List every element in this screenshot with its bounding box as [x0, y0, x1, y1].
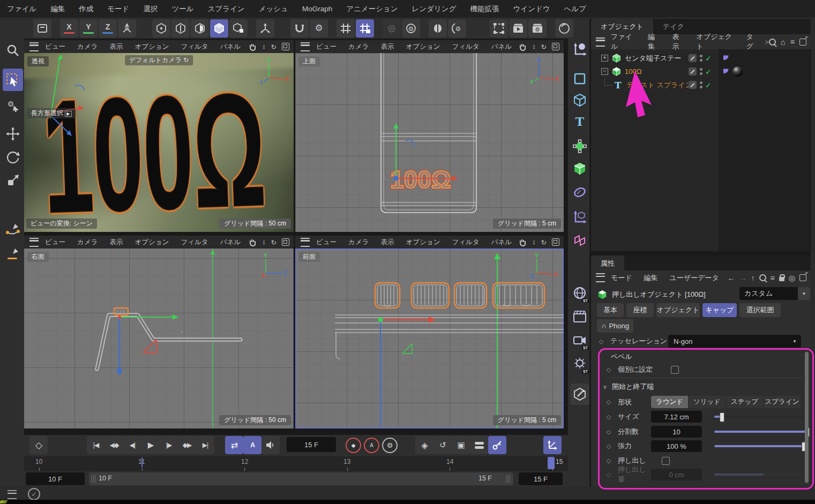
vp-menu-display[interactable]: 表示: [104, 42, 128, 51]
menu-edit[interactable]: 編集: [43, 4, 72, 14]
tree-row-center-stay[interactable]: + センタ端子ステー ✓: [591, 51, 811, 65]
attr-menu-edit[interactable]: 編集: [638, 273, 664, 283]
spline-pen-tool-icon[interactable]: [3, 218, 23, 240]
workplane-icon[interactable]: [118, 19, 136, 37]
vp-menu-view[interactable]: ビュー: [311, 238, 342, 247]
vp-menu-panel[interactable]: パネル: [486, 42, 517, 51]
pan-hand-icon[interactable]: [249, 238, 257, 246]
tab-caps[interactable]: キャップ: [702, 303, 737, 317]
add-keyframe-button[interactable]: ◇: [29, 436, 48, 454]
record-keyframe-button[interactable]: ◆: [346, 438, 361, 453]
autokey-button[interactable]: A: [243, 436, 261, 454]
visibility-dots-icon[interactable]: [700, 68, 702, 75]
orbit-icon[interactable]: ↻: [541, 238, 547, 246]
cube-primitive-icon[interactable]: [570, 90, 589, 110]
current-frame-field[interactable]: 15 F: [287, 437, 336, 452]
collapse-icon[interactable]: −: [601, 68, 608, 75]
timeline-ruler[interactable]: 10 11 12 13 14 15: [24, 456, 568, 471]
tweak-gear-icon[interactable]: ⚙: [448, 19, 466, 37]
tab-basic[interactable]: 基本: [597, 303, 624, 317]
menu-tools[interactable]: ツール: [165, 4, 200, 14]
viewport-perspective-canvas[interactable]: 100Ω Y X Z 透視 デフォルトカメラ ↻ 長方形選択 ▶ ビューの変換:…: [24, 53, 294, 232]
vp-menu-display[interactable]: 表示: [375, 42, 399, 51]
viewport-front-canvas[interactable]: Y X Z 前面 グリッド間隔 : 5 cm: [295, 249, 564, 428]
snap-magnet-icon[interactable]: [290, 19, 309, 37]
material-tag-icon[interactable]: [732, 66, 743, 77]
menu-window[interactable]: ウインドウ: [506, 4, 557, 14]
texture-mode-icon[interactable]: [229, 19, 248, 37]
vp-menu-filter[interactable]: フィルタ: [446, 42, 484, 51]
phong-tag-icon[interactable]: [722, 68, 729, 75]
camera-label[interactable]: デフォルトカメラ ↻: [125, 55, 193, 65]
filter-icon[interactable]: ≡: [771, 274, 775, 282]
modeling-gear-icon[interactable]: ⚙: [402, 19, 420, 37]
shape-round-button[interactable]: ラウンド: [651, 396, 689, 408]
menu-mograph[interactable]: MoGraph: [295, 5, 339, 13]
pan-hand-icon[interactable]: [519, 238, 527, 246]
tab-coords[interactable]: 座標: [626, 303, 654, 317]
tree-item-label[interactable]: センタ端子ステー: [625, 54, 682, 63]
axis-lock-z-button[interactable]: Z: [99, 19, 117, 37]
orbit-icon[interactable]: ↻: [271, 43, 276, 51]
visibility-dots-icon[interactable]: [700, 55, 702, 62]
vp-menu-camera[interactable]: カメラ: [72, 42, 103, 51]
status-menu-icon[interactable]: [8, 490, 17, 499]
grid-icon[interactable]: [337, 19, 355, 37]
key-position-button[interactable]: ◈: [415, 436, 433, 454]
individual-checkbox[interactable]: [671, 366, 679, 374]
vp-menu-panel[interactable]: パネル: [215, 238, 246, 247]
edges-mode-icon[interactable]: [171, 19, 190, 37]
tessellation-dropdown[interactable]: N-gon▼: [668, 335, 801, 348]
menu-create[interactable]: 作成: [72, 4, 100, 14]
grid-snap-lock-icon[interactable]: [356, 19, 374, 37]
parent-icon[interactable]: ↑: [751, 274, 755, 282]
goto-start-button[interactable]: |◀: [87, 436, 105, 454]
generator-cube-icon[interactable]: [570, 159, 589, 179]
vp-menu-display[interactable]: 表示: [104, 238, 128, 247]
panel-menu-icon[interactable]: [596, 37, 605, 47]
loop-mode-button[interactable]: ⇄: [225, 436, 243, 454]
layer-icon[interactable]: [689, 54, 697, 62]
range-grip-right[interactable]: [506, 475, 507, 483]
om-menu-overflow[interactable]: >: [765, 38, 769, 46]
render-region-icon[interactable]: [490, 19, 508, 37]
menu-help[interactable]: ヘルプ: [557, 4, 593, 14]
expand-icon[interactable]: +: [601, 55, 608, 62]
home-icon[interactable]: ⌂: [781, 37, 786, 47]
search-icon[interactable]: [769, 39, 776, 46]
sound-button[interactable]: [261, 436, 280, 454]
om-menu-view[interactable]: 表示: [666, 32, 690, 51]
history-back-icon[interactable]: ←: [728, 274, 735, 282]
symmetry-icon[interactable]: [429, 19, 447, 37]
key-parameter-button[interactable]: [470, 436, 488, 454]
viewport-top-canvas[interactable]: 100Ω 100Ω Z X Y 上面 グリッド間隔 : 5 cm: [295, 53, 564, 232]
vp-menu-panel[interactable]: パネル: [486, 238, 517, 247]
playhead[interactable]: [548, 457, 555, 469]
prev-key-button[interactable]: ◀◆: [105, 436, 123, 454]
segments-slider[interactable]: [714, 426, 810, 438]
panel-splitter-horizontal[interactable]: [591, 251, 815, 255]
vp-menu-panel[interactable]: パネル: [215, 42, 246, 51]
axis-lock-x-button[interactable]: X: [60, 19, 78, 37]
param-diamond-icon[interactable]: ◇: [597, 338, 605, 345]
tab-object[interactable]: オブジェクト: [656, 303, 700, 317]
history-forward-icon[interactable]: →: [739, 274, 747, 282]
menu-select[interactable]: 選択: [136, 4, 165, 14]
menu-mode[interactable]: モード: [100, 4, 136, 14]
scale-tool-icon[interactable]: [3, 170, 23, 191]
rotate-tool-icon[interactable]: [3, 146, 23, 168]
vp-menu-display[interactable]: 表示: [375, 238, 399, 247]
maximize-view-icon[interactable]: [282, 238, 289, 246]
panel-menu-icon[interactable]: [596, 273, 605, 282]
size-field[interactable]: 7.12 cm: [651, 411, 702, 423]
vp-menu-filter[interactable]: フィルタ: [175, 238, 213, 247]
range-start-field[interactable]: 10 F: [26, 472, 85, 485]
phong-tag-icon[interactable]: [722, 55, 729, 62]
bevel-group-row[interactable]: ∨ 開始と終了端: [603, 381, 801, 393]
pan-hand-icon[interactable]: [519, 43, 527, 51]
tree-row-100ohm[interactable]: − 100Ω ✓: [591, 65, 811, 78]
attr-scrollbar-track[interactable]: [805, 352, 809, 484]
search-icon[interactable]: [759, 274, 766, 281]
viewport-menu-icon[interactable]: [29, 42, 39, 51]
interactive-render-icon[interactable]: [555, 19, 573, 37]
